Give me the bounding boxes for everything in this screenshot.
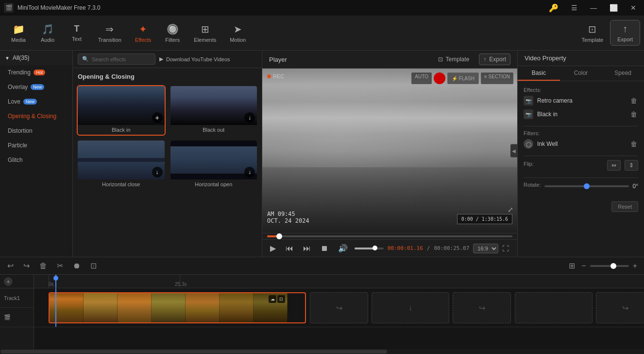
menu-icon[interactable]: ☰ [567,2,581,14]
delete-clip-btn[interactable]: 🗑 [38,260,49,272]
expand-icon[interactable]: ⤢ [508,206,513,213]
toolbar-elements[interactable]: ⊞ Elements [187,20,223,46]
video-icon-small: 🎬 [4,314,11,320]
black-in-add-btn[interactable]: + [152,112,163,123]
reset-button[interactable]: Reset [611,201,638,212]
ink-well-name: Ink Well [537,141,626,147]
horiz-open-download-btn[interactable]: ↓ [244,167,255,177]
effect-card-black-in[interactable]: + Black in [78,86,165,135]
template-btn[interactable]: ⊡ Template [434,53,474,65]
elements-label: Elements [194,37,216,43]
clip-frames: ☁ ⊡ [50,293,288,322]
category-trending[interactable]: Trending Hot [0,65,72,80]
export-up-icon: ↑ [483,56,486,63]
horiz-close-download-btn[interactable]: ↓ [152,167,163,177]
distortion-label: Distortion [8,127,33,134]
empty-slot-4[interactable] [515,292,593,323]
current-time: 00:00:01.16 [388,245,423,251]
cut-btn[interactable]: ✂ [55,260,65,272]
delete-black-in-btn[interactable]: 🗑 [629,109,638,119]
undo-btn[interactable]: ↩ [6,260,15,272]
toolbar-motion[interactable]: ➤ Motion [223,20,253,46]
delete-ink-well-btn[interactable]: 🗑 [629,139,638,149]
toolbar-filters[interactable]: 🔘 Filters [158,20,187,46]
category-particle[interactable]: Particle [0,138,72,153]
restore-button[interactable]: ⬜ [606,2,622,14]
prev-frame-button[interactable]: ⏮ [283,243,296,254]
auto-btn[interactable]: AUTO [411,72,432,84]
category-opening-closing[interactable]: Opening & Closing [0,109,72,124]
effect-card-black-out[interactable]: ↓ Black out [170,86,257,135]
playhead-dot [53,276,58,281]
premium-icon[interactable]: 🔑 [545,1,562,15]
black-out-download-btn[interactable]: ↓ [244,112,255,123]
zoom-out-btn[interactable]: − [580,261,587,271]
timeline-scrollbar[interactable] [0,349,644,354]
category-love[interactable]: Love New [0,94,72,109]
close-button[interactable]: ✕ [627,2,640,14]
empty-slot-1[interactable]: ↪ [310,292,368,323]
fullscreen-button[interactable]: ⛶ [502,245,509,252]
play-button[interactable]: ▶ [267,243,279,254]
tab-speed[interactable]: Speed [602,66,644,81]
empty-slot-3[interactable]: ↪ [453,292,511,323]
window-controls: 🔑 ☰ — ⬜ ✕ [545,1,640,15]
record-btn[interactable]: ⏺ [71,260,82,272]
next-frame-button[interactable]: ⏭ [300,243,314,254]
all-categories-header[interactable]: ▼ All(35) [0,51,72,65]
export-btn[interactable]: ↑ Export [479,53,510,65]
divider-1 [524,126,638,126]
zoom-in-btn[interactable]: + [632,261,638,271]
video-clip[interactable]: ☁ ⊡ [49,292,306,323]
delete-retro-camera-btn[interactable]: 🗑 [629,96,638,106]
section-btn[interactable]: ≡ SECTION [481,72,513,84]
right-tabs: Basic Color Speed [518,66,644,81]
clip-icon-2[interactable]: ⊡ [277,295,285,303]
empty-slot-2[interactable]: ↓ [372,292,449,323]
search-box[interactable]: 🔍 Search effects [78,53,155,65]
volume-bar[interactable] [355,248,384,249]
text-icon: T [74,24,80,34]
app-title: MiniTool MovieMaker Free 7.3.0 [17,4,101,11]
cam-timestamp: AM 09:45 OCT. 24 2024 [267,211,309,224]
cam-rec-btn[interactable] [434,72,445,84]
toolbar-text[interactable]: T Text [62,21,91,45]
stop-button[interactable]: ⏹ [318,243,331,254]
toolbar-effects[interactable]: ✦ Effects [128,20,158,46]
effect-retro-camera-row: 📷 Retro camera 🗑 [524,96,638,106]
redo-btn[interactable]: ↪ [22,260,31,272]
category-distortion[interactable]: Distortion [0,124,72,138]
tab-color[interactable]: Color [560,66,602,81]
toolbar-transition[interactable]: ⇒ Transition [91,20,128,46]
add-track-btn[interactable]: + [4,277,13,286]
category-glitch[interactable]: Glitch [0,153,72,167]
effect-card-horizontal-close[interactable]: ↓ Horizontal close [78,141,165,189]
zoom-slider[interactable] [590,265,629,267]
video-progress-bar[interactable] [267,235,512,237]
volume-button[interactable]: 🔊 [335,243,351,254]
panel-collapse-btn[interactable]: ◀ [510,144,517,158]
crop-btn[interactable]: ⊡ [89,260,98,272]
fit-timeline-btn[interactable]: ⊞ [567,260,576,272]
motion-icon: ➤ [234,23,242,35]
template-icon: ⊡ [588,23,596,35]
toolbar-template[interactable]: ⊡ Template [575,20,610,46]
minimize-button[interactable]: — [586,2,601,14]
clip-icon-1[interactable]: ☁ [269,295,276,303]
download-youtube-btn[interactable]: ▶ Download YouTube Videos [159,56,230,62]
toolbar-export[interactable]: ↑ Export [610,20,640,46]
effect-card-horizontal-open[interactable]: ↓ Horizontal open [170,141,257,189]
tab-basic[interactable]: Basic [518,66,560,81]
empty-slot-5[interactable]: ↪ [596,292,644,323]
cam-controls: AUTO ⚡ FLASH ≡ SECTION [411,72,513,84]
aspect-ratio-select[interactable]: 16:9 4:3 1:1 [473,244,498,253]
toolbar-media[interactable]: 📁 Media [4,20,33,46]
flash-btn[interactable]: ⚡ FLASH [447,72,479,84]
retro-camera-icon: 📷 [524,96,533,106]
toolbar-audio[interactable]: 🎵 Audio [33,20,62,46]
rotate-slider[interactable] [544,185,628,187]
category-overlay[interactable]: Overlay New [0,80,72,94]
flip-vertical-btn[interactable]: ⇕ [625,160,638,171]
flip-horizontal-btn[interactable]: ⇔ [607,160,621,171]
clip-frame-2 [84,293,118,322]
